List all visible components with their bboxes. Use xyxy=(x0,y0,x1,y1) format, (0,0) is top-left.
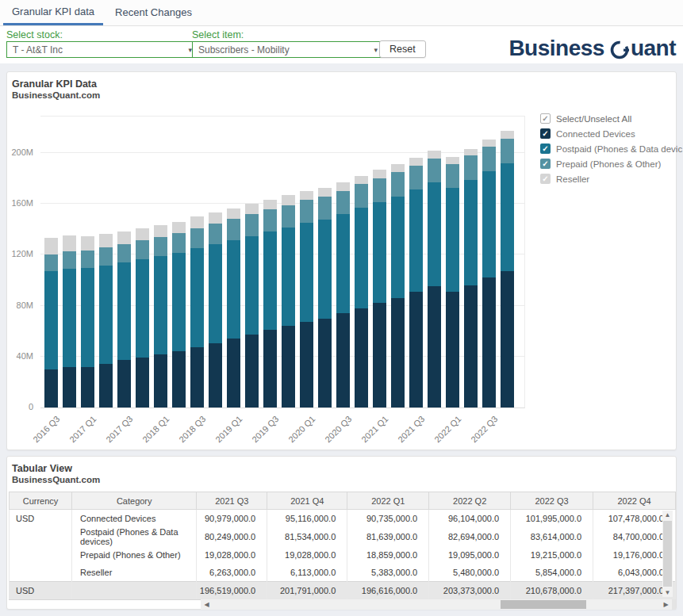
bar-2019-Q1[interactable] xyxy=(227,209,240,407)
legend-label: Prepaid (Phones & Other) xyxy=(556,159,661,169)
checkbox-icon[interactable]: ✓ xyxy=(540,159,551,169)
bar-2021-Q4[interactable] xyxy=(428,151,441,407)
bar-2022-Q2[interactable] xyxy=(464,149,478,407)
segment-prepaid xyxy=(318,197,332,220)
bar-2018-Q1[interactable] xyxy=(154,225,167,407)
legend-label: Connected Devices xyxy=(556,129,635,139)
segment-connected xyxy=(209,343,222,407)
segment-prepaid xyxy=(190,228,204,249)
reset-button[interactable]: Reset xyxy=(379,40,426,58)
bar-2019-Q3[interactable] xyxy=(263,200,277,407)
bar-2017-Q2[interactable] xyxy=(99,234,113,407)
legend-select-unselect-all[interactable]: ✓Select/Unselect All xyxy=(540,113,675,124)
tab-recent-changes[interactable]: Recent Changes xyxy=(106,0,201,25)
table-subtitle: BusinessQuant.com xyxy=(12,475,100,484)
total-value-cell: 196,616,000.0 xyxy=(347,582,429,600)
segment-postpaid xyxy=(154,256,167,354)
legend-item-reseller[interactable]: ✓Reseller xyxy=(540,174,675,184)
y-tick-label: 120M xyxy=(11,249,33,258)
segment-postpaid xyxy=(63,269,76,367)
bar-2021-Q2[interactable] xyxy=(391,164,405,407)
column-header-2021-q4: 2021 Q4 xyxy=(267,492,347,510)
segment-connected xyxy=(373,303,386,407)
bar-2021-Q1[interactable] xyxy=(373,170,386,407)
segment-prepaid xyxy=(172,233,186,253)
bar-2020-Q3[interactable] xyxy=(336,182,350,407)
checkbox-icon[interactable]: ✓ xyxy=(540,143,551,154)
bar-2019-Q4[interactable] xyxy=(282,195,295,407)
table-horizontal-scrollbar[interactable]: ◀ ▶ xyxy=(201,599,672,610)
stock-select-value: T - At&T Inc xyxy=(13,44,63,55)
kpi-table: CurrencyCategory2021 Q32021 Q42022 Q1202… xyxy=(9,492,676,600)
legend-item-postpaid[interactable]: ✓Postpaid (Phones & Data devic... xyxy=(540,143,675,154)
segment-reseller xyxy=(373,170,386,178)
checkbox-icon[interactable]: ✓ xyxy=(540,174,551,184)
value-cell: 90,735,000.0 xyxy=(347,510,429,528)
bar-2016-Q4[interactable] xyxy=(63,235,76,407)
value-cell: 19,028,000.0 xyxy=(267,546,347,564)
checkbox-icon[interactable]: ✓ xyxy=(540,128,551,139)
bar-2022-Q4[interactable] xyxy=(501,131,514,407)
segment-reseller xyxy=(501,131,514,139)
scroll-right-icon[interactable]: ▶ xyxy=(661,601,671,608)
segment-connected xyxy=(99,364,113,407)
logo-text-uant: uant xyxy=(631,36,676,61)
segment-reseller xyxy=(245,204,259,214)
segment-prepaid xyxy=(209,224,222,244)
segment-postpaid xyxy=(355,208,368,308)
segment-reseller xyxy=(446,157,459,164)
segment-prepaid xyxy=(44,254,58,271)
table-total-row: USD196,519,000.0201,791,000.0196,616,000… xyxy=(10,582,676,600)
tab-bar: Granular KPI data Recent Changes xyxy=(0,0,683,26)
bar-2020-Q2[interactable] xyxy=(318,188,332,407)
checkbox-icon[interactable]: ✓ xyxy=(540,113,551,124)
bar-2017-Q3[interactable] xyxy=(117,231,131,407)
table-header: CurrencyCategory2021 Q32021 Q42022 Q1202… xyxy=(10,492,676,510)
column-header-2022-q2: 2022 Q2 xyxy=(429,492,511,510)
legend-item-prepaid[interactable]: ✓Prepaid (Phones & Other) xyxy=(540,159,675,169)
bar-2016-Q3[interactable] xyxy=(44,238,58,407)
bar-2021-Q3[interactable] xyxy=(409,158,423,407)
bar-2017-Q1[interactable] xyxy=(81,236,94,407)
bar-2020-Q4[interactable] xyxy=(355,176,368,407)
segment-reseller xyxy=(136,228,149,240)
bar-2019-Q2[interactable] xyxy=(245,204,259,407)
segment-prepaid xyxy=(282,205,295,228)
table-vertical-scrollbar[interactable]: ▲ ▼ xyxy=(662,511,673,597)
horizontal-scroll-thumb[interactable] xyxy=(501,600,586,609)
item-select[interactable]: Subscribers - Mobility ▾ xyxy=(192,41,384,58)
bar-2018-Q2[interactable] xyxy=(172,222,186,407)
vertical-scroll-thumb[interactable] xyxy=(663,521,672,587)
legend-item-connected[interactable]: ✓Connected Devices xyxy=(540,128,675,139)
segment-reseller xyxy=(409,158,423,166)
scroll-left-icon[interactable]: ◀ xyxy=(201,601,212,608)
currency-cell xyxy=(10,546,72,564)
total-category-cell xyxy=(72,582,197,600)
category-cell: Prepaid (Phones & Other) xyxy=(72,546,197,564)
x-tick-label: 2022 Q1 xyxy=(432,414,462,444)
column-header-category: Category xyxy=(72,492,197,510)
stock-select[interactable]: T - At&T Inc ▾ xyxy=(6,41,198,58)
bar-2018-Q4[interactable] xyxy=(209,212,222,407)
bar-2022-Q1[interactable] xyxy=(446,157,459,407)
value-cell: 19,095,000.0 xyxy=(429,546,511,564)
chart-title: Granular KPI Data xyxy=(12,78,97,90)
x-tick-label: 2017 Q1 xyxy=(67,414,98,444)
scroll-up-icon[interactable]: ▲ xyxy=(662,511,673,518)
total-value-cell: 210,678,000.0 xyxy=(511,582,593,600)
bar-2017-Q4[interactable] xyxy=(136,228,149,407)
segment-prepaid xyxy=(428,159,441,183)
tab-granular-kpi-data[interactable]: Granular KPI data xyxy=(3,0,103,25)
bar-2022-Q3[interactable] xyxy=(482,140,496,407)
scroll-down-icon[interactable]: ▼ xyxy=(662,589,673,596)
segment-connected xyxy=(318,319,332,407)
total-currency-cell: USD xyxy=(10,582,72,600)
bar-2020-Q1[interactable] xyxy=(300,191,313,407)
gridline-200M xyxy=(40,152,524,153)
segment-prepaid xyxy=(99,247,113,266)
currency-cell: USD xyxy=(10,510,72,528)
value-cell: 83,614,000.0 xyxy=(511,527,593,546)
bar-2018-Q3[interactable] xyxy=(190,216,204,407)
total-value-cell: 203,373,000.0 xyxy=(429,582,511,600)
category-cell: Reseller xyxy=(72,564,197,582)
